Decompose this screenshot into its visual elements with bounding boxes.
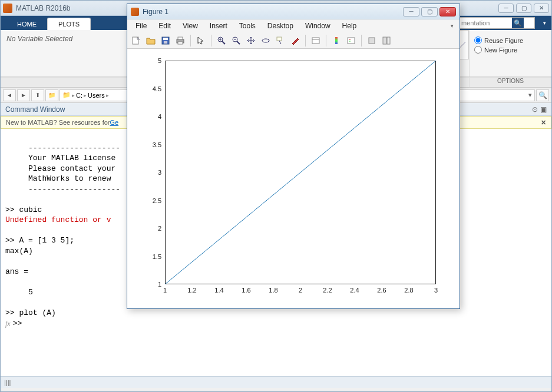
rotate3d-icon[interactable]: [259, 34, 272, 47]
datacursor-icon[interactable]: [274, 34, 287, 47]
save-icon[interactable]: [159, 34, 172, 47]
menu-help[interactable]: Help: [336, 21, 363, 31]
ytick-label: 2: [158, 225, 161, 232]
axes[interactable]: 11.522.533.544.5511.21.41.61.822.22.42.6…: [165, 61, 436, 284]
xtick-label: 2.6: [377, 287, 386, 294]
figure-titlebar[interactable]: Figure 1 ─ ▢ ✕: [127, 4, 460, 19]
svg-rect-23: [383, 37, 386, 44]
folder-icon: 📁: [62, 91, 71, 99]
matlab-logo-icon: [3, 4, 12, 13]
svg-rect-15: [277, 37, 282, 41]
menu-file[interactable]: File: [130, 21, 153, 31]
figure-canvas[interactable]: 11.522.533.544.5511.21.41.61.822.22.42.6…: [127, 49, 460, 308]
ytick-label: 1: [158, 281, 161, 288]
figure-logo-icon: [131, 8, 139, 16]
menu-window[interactable]: Window: [299, 21, 336, 31]
menu-edit[interactable]: Edit: [153, 21, 177, 31]
error-text: Undefined function or v: [5, 215, 111, 224]
figure-minimize-button[interactable]: ─: [403, 7, 419, 16]
reuse-figure-radio[interactable]: Reuse Figure: [474, 36, 547, 44]
cw-undock-icon[interactable]: ▣: [540, 105, 547, 114]
command-window-title: Command Window: [5, 105, 65, 114]
svg-line-12: [237, 41, 240, 44]
tab-home[interactable]: HOME: [6, 18, 47, 30]
svg-rect-16: [312, 38, 319, 44]
colorbar-icon[interactable]: [330, 34, 343, 47]
xtick-label: 1.2: [187, 287, 196, 294]
up-folder-button[interactable]: ⬆: [31, 89, 44, 101]
ytick-label: 2.5: [153, 197, 161, 204]
getting-started-link[interactable]: Ge: [110, 119, 118, 126]
pointer-icon[interactable]: [194, 34, 207, 47]
new-figure-icon[interactable]: [130, 34, 143, 47]
svg-line-8: [222, 41, 225, 44]
ytick-label: 4.5: [153, 85, 161, 92]
path-drive[interactable]: C:: [76, 92, 82, 99]
path-dropdown-icon[interactable]: ▾: [528, 91, 532, 99]
new-figure-radio[interactable]: New Figure: [474, 46, 547, 54]
xtick-label: 2: [299, 287, 302, 294]
xtick-label: 1.6: [242, 287, 250, 294]
xtick-label: 2.4: [350, 287, 359, 294]
menu-tools[interactable]: Tools: [233, 21, 262, 31]
zoom-in-icon[interactable]: [215, 34, 228, 47]
figure-title: Figure 1: [143, 8, 403, 16]
xtick-label: 3: [434, 287, 438, 294]
xtick-label: 2.2: [323, 287, 332, 294]
forward-button[interactable]: ►: [17, 89, 30, 101]
path-seg-users[interactable]: Users: [88, 92, 105, 99]
ytick-label: 3: [158, 169, 161, 176]
fx-icon[interactable]: fx: [5, 319, 11, 328]
show-plot-tools-icon[interactable]: [380, 34, 393, 47]
legend-icon[interactable]: [345, 34, 358, 47]
link-icon[interactable]: [309, 34, 322, 47]
xtick-label: 1: [163, 287, 167, 294]
print-icon[interactable]: [174, 34, 187, 47]
figure-toolbar: [127, 32, 460, 49]
back-button[interactable]: ◄: [3, 89, 16, 101]
maximize-button[interactable]: ▢: [516, 4, 531, 13]
doc-search-input[interactable]: [459, 19, 512, 26]
svg-rect-6: [178, 42, 183, 44]
ytick-label: 4: [158, 113, 161, 120]
svg-rect-19: [348, 38, 355, 44]
line-series: [165, 61, 436, 284]
svg-rect-22: [369, 38, 375, 44]
search-icon[interactable]: 🔍: [512, 18, 524, 28]
figure-menubar: File Edit View Insert Tools Desktop Wind…: [127, 19, 460, 32]
figure-maximize-button[interactable]: ▢: [421, 7, 438, 16]
figure-window[interactable]: Figure 1 ─ ▢ ✕ File Edit View Insert Too…: [127, 4, 460, 309]
banner-close-button[interactable]: ✕: [541, 119, 546, 127]
menu-insert[interactable]: Insert: [204, 21, 233, 31]
options-panel: Reuse Figure New Figure: [469, 30, 551, 77]
svg-rect-24: [387, 37, 390, 44]
no-variable-label: No Variable Selected: [6, 35, 72, 43]
banner-prefix: New to MATLAB? See resources for: [6, 119, 110, 126]
svg-rect-3: [164, 41, 167, 44]
doc-search[interactable]: 🔍: [458, 17, 535, 29]
status-text: ||||: [4, 379, 11, 386]
xtick-label: 1.4: [214, 287, 223, 294]
brush-icon[interactable]: [289, 34, 302, 47]
menu-desktop[interactable]: Desktop: [262, 21, 299, 31]
zoom-out-icon[interactable]: [230, 34, 243, 47]
open-icon[interactable]: [144, 34, 157, 47]
menu-view[interactable]: View: [177, 21, 204, 31]
find-files-button[interactable]: 🔍: [536, 89, 549, 101]
svg-rect-2: [163, 38, 168, 40]
pan-icon[interactable]: [244, 34, 257, 47]
minimize-button[interactable]: ─: [498, 4, 514, 13]
browse-folder-button[interactable]: 📁: [45, 89, 58, 101]
svg-rect-5: [178, 37, 183, 39]
cw-gear-icon[interactable]: ⊙: [532, 105, 538, 114]
menu-chevron-icon[interactable]: ▾: [447, 23, 457, 29]
close-button[interactable]: ✕: [534, 4, 549, 13]
xtick-label: 2.8: [404, 287, 413, 294]
section-options-label: OPTIONS: [469, 78, 551, 87]
hide-plot-tools-icon[interactable]: [365, 34, 378, 47]
figure-close-button[interactable]: ✕: [439, 7, 456, 16]
tab-plots[interactable]: PLOTS: [47, 18, 91, 30]
ytick-label: 1.5: [153, 253, 161, 260]
ytick-label: 3.5: [153, 141, 161, 148]
help-dropdown-button[interactable]: ▾: [538, 17, 550, 29]
